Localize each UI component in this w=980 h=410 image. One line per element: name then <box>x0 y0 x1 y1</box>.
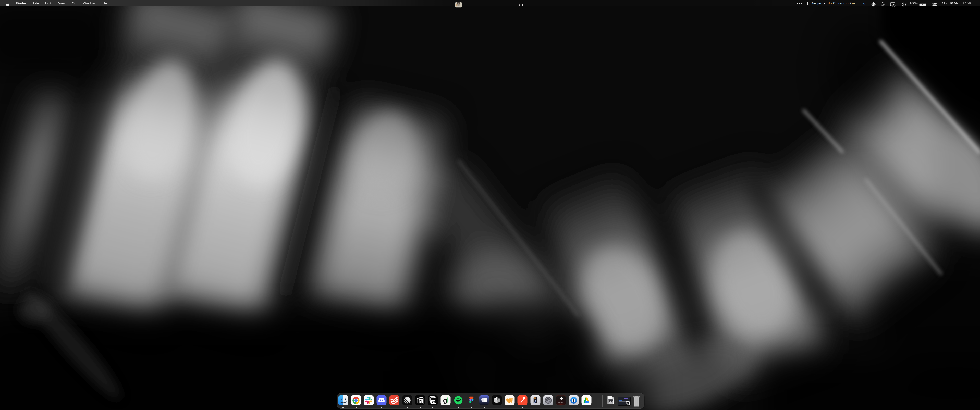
svg-text:g: g <box>443 396 447 404</box>
svg-text:raycast: raycast <box>558 401 563 403</box>
svg-text:10: 10 <box>432 400 435 403</box>
svg-text:11: 11 <box>627 403 628 405</box>
